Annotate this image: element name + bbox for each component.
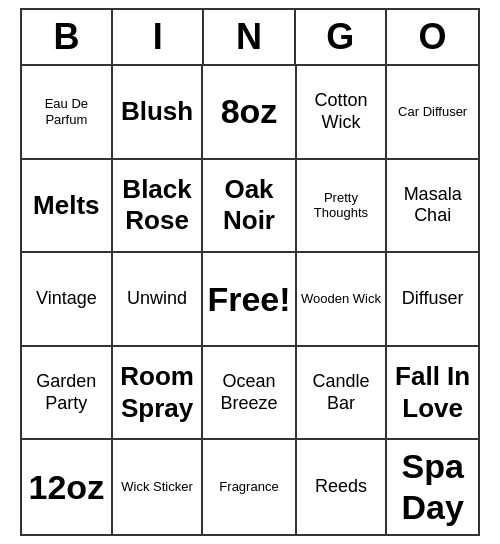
bingo-cell: 12oz bbox=[22, 440, 113, 534]
bingo-cell: Black Rose bbox=[113, 160, 204, 254]
bingo-cell: Fragrance bbox=[203, 440, 296, 534]
bingo-cell: Car Diffuser bbox=[387, 66, 478, 160]
cell-text: Oak Noir bbox=[207, 174, 290, 236]
cell-text: Car Diffuser bbox=[398, 104, 467, 120]
bingo-cell: Fall In Love bbox=[387, 347, 478, 441]
bingo-cell: Candle Bar bbox=[297, 347, 388, 441]
cell-text: Fragrance bbox=[219, 479, 278, 495]
bingo-cell: Reeds bbox=[297, 440, 388, 534]
cell-text: Melts bbox=[33, 190, 99, 221]
bingo-cell: Ocean Breeze bbox=[203, 347, 296, 441]
bingo-cell: 8oz bbox=[203, 66, 296, 160]
cell-text: Spa Day bbox=[391, 446, 474, 528]
cell-text: 12oz bbox=[29, 467, 105, 508]
header-letter: B bbox=[22, 10, 113, 64]
cell-text: Wick Sticker bbox=[121, 479, 193, 495]
cell-text: Free! bbox=[207, 279, 290, 320]
bingo-header: BINGO bbox=[22, 10, 478, 66]
cell-text: Reeds bbox=[315, 476, 367, 498]
cell-text: Cotton Wick bbox=[301, 90, 382, 133]
header-letter: N bbox=[204, 10, 295, 64]
bingo-cell: Pretty Thoughts bbox=[297, 160, 388, 254]
cell-text: Garden Party bbox=[26, 371, 107, 414]
bingo-cell: Masala Chai bbox=[387, 160, 478, 254]
cell-text: Ocean Breeze bbox=[207, 371, 290, 414]
cell-text: Vintage bbox=[36, 288, 97, 310]
cell-text: Wooden Wick bbox=[301, 291, 381, 307]
cell-text: Pretty Thoughts bbox=[301, 190, 382, 221]
cell-text: Unwind bbox=[127, 288, 187, 310]
cell-text: Black Rose bbox=[117, 174, 198, 236]
cell-text: Diffuser bbox=[402, 288, 464, 310]
bingo-cell: Spa Day bbox=[387, 440, 478, 534]
bingo-cell: Wick Sticker bbox=[113, 440, 204, 534]
bingo-cell: Garden Party bbox=[22, 347, 113, 441]
bingo-grid: Eau De ParfumBlush8ozCotton WickCar Diff… bbox=[22, 66, 478, 534]
bingo-cell: Wooden Wick bbox=[297, 253, 388, 347]
cell-text: Masala Chai bbox=[391, 184, 474, 227]
bingo-cell: Unwind bbox=[113, 253, 204, 347]
header-letter: O bbox=[387, 10, 478, 64]
bingo-cell: Eau De Parfum bbox=[22, 66, 113, 160]
bingo-cell: Oak Noir bbox=[203, 160, 296, 254]
bingo-cell: Vintage bbox=[22, 253, 113, 347]
bingo-cell: Cotton Wick bbox=[297, 66, 388, 160]
bingo-cell: Free! bbox=[203, 253, 296, 347]
bingo-cell: Diffuser bbox=[387, 253, 478, 347]
cell-text: Eau De Parfum bbox=[26, 96, 107, 127]
header-letter: G bbox=[296, 10, 387, 64]
cell-text: Candle Bar bbox=[301, 371, 382, 414]
cell-text: Room Spray bbox=[117, 361, 198, 423]
cell-text: Fall In Love bbox=[391, 361, 474, 423]
cell-text: 8oz bbox=[221, 91, 278, 132]
bingo-cell: Blush bbox=[113, 66, 204, 160]
bingo-cell: Melts bbox=[22, 160, 113, 254]
header-letter: I bbox=[113, 10, 204, 64]
bingo-cell: Room Spray bbox=[113, 347, 204, 441]
cell-text: Blush bbox=[121, 96, 193, 127]
bingo-card: BINGO Eau De ParfumBlush8ozCotton WickCa… bbox=[20, 8, 480, 536]
